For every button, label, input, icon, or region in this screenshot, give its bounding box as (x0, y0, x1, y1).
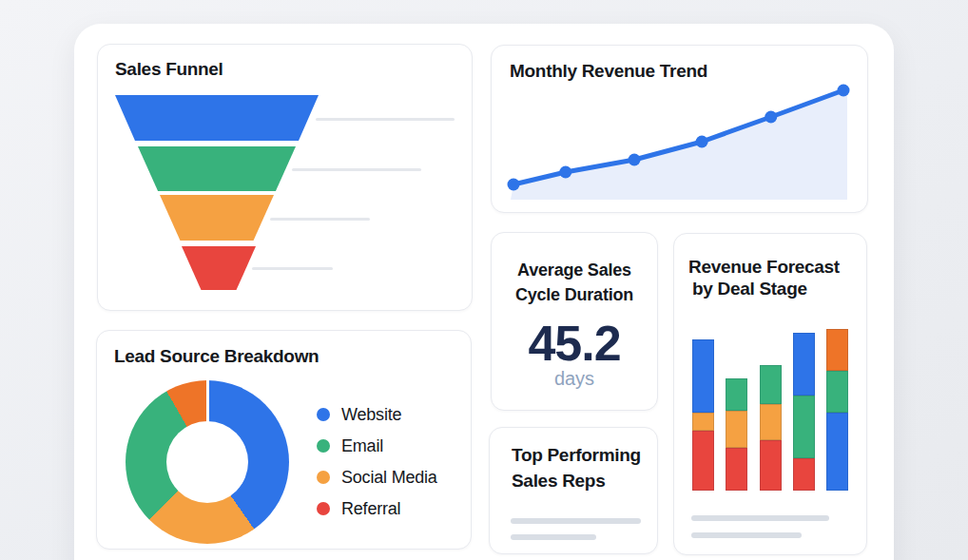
avg-cycle-title-line1: Average Sales (517, 261, 631, 280)
placeholder-line (691, 515, 829, 521)
revenue-data-point (508, 179, 520, 191)
avg-cycle-unit: days (492, 368, 657, 390)
funnel-stage-orange (160, 195, 274, 241)
legend-label: Email (341, 436, 383, 456)
legend-label: Social Media (341, 468, 437, 488)
bar-segment-orange (692, 413, 714, 431)
revenue-forecast-card: Revenue Forecast by Deal Stage (673, 233, 867, 555)
top-reps-title-line1: Top Performing (512, 445, 641, 465)
top-reps-title-line2: Sales Reps (512, 471, 605, 491)
legend-item-email: Email (317, 436, 437, 455)
legend-dot (317, 502, 330, 515)
placeholder-line (511, 534, 596, 540)
stacked-bar-chart (674, 234, 868, 556)
funnel-label-placeholder (316, 118, 455, 121)
revenue-line-chart (492, 46, 869, 214)
bar-segment-green (726, 378, 747, 411)
avg-cycle-value: 45.2 (492, 315, 657, 372)
bar-segment-blue (692, 339, 714, 413)
funnel-label-placeholder (252, 267, 333, 270)
legend-dot (317, 408, 330, 421)
legend-label: Referral (341, 499, 400, 519)
donut-slice-gap (206, 380, 209, 462)
lead-source-card: Lead Source Breakdown WebsiteEmailSocial… (96, 330, 472, 550)
top-reps-title: Top Performing Sales Reps (512, 442, 641, 493)
donut-legend: WebsiteEmailSocial MediaReferral (317, 405, 437, 518)
funnel-label-placeholder (292, 168, 421, 171)
legend-dot (317, 471, 330, 484)
legend-label: Website (341, 405, 401, 425)
funnel-stage-green (138, 146, 296, 191)
dashboard-page: Sales Funnel Monthly Revenue Trend Avera… (0, 0, 968, 560)
sales-funnel-title: Sales Funnel (115, 58, 223, 80)
bar-segment-blue (793, 333, 815, 396)
legend-item-website: Website (317, 405, 437, 424)
bar-segment-red (760, 440, 782, 491)
placeholder-line (511, 518, 641, 524)
bar-segment-green (793, 396, 815, 458)
avg-sales-cycle-card: Average Sales Cycle Duration 45.2 days (491, 232, 658, 411)
revenue-data-point (765, 111, 777, 124)
lead-source-title: Lead Source Breakdown (114, 345, 319, 367)
avg-cycle-title-line2: Cycle Duration (515, 285, 633, 304)
bar-segment-orange (760, 404, 782, 440)
legend-dot (317, 439, 330, 453)
bar-segment-blue (826, 413, 848, 491)
legend-item-social-media: Social Media (317, 468, 437, 487)
funnel-stage-blue (115, 95, 319, 141)
bar-segment-green (760, 365, 782, 404)
bar-segment-red (726, 448, 747, 491)
revenue-data-point (559, 166, 571, 179)
legend-item-referral: Referral (317, 499, 437, 518)
monthly-revenue-card: Monthly Revenue Trend (491, 45, 868, 213)
funnel-label-placeholder (270, 218, 370, 221)
revenue-data-point (629, 154, 641, 166)
bar-segment-red (793, 458, 815, 491)
bar-segment-green (826, 371, 848, 413)
sales-funnel-card: Sales Funnel (97, 44, 473, 311)
revenue-data-point (696, 136, 708, 148)
avg-cycle-title: Average Sales Cycle Duration (492, 258, 657, 307)
placeholder-line (691, 532, 802, 538)
revenue-data-point (838, 85, 850, 97)
funnel-stage-red (182, 246, 256, 290)
bar-segment-orange_dark (826, 329, 848, 371)
bar-segment-orange (726, 411, 747, 448)
top-reps-card: Top Performing Sales Reps (489, 427, 658, 554)
bar-segment-red (692, 431, 714, 491)
